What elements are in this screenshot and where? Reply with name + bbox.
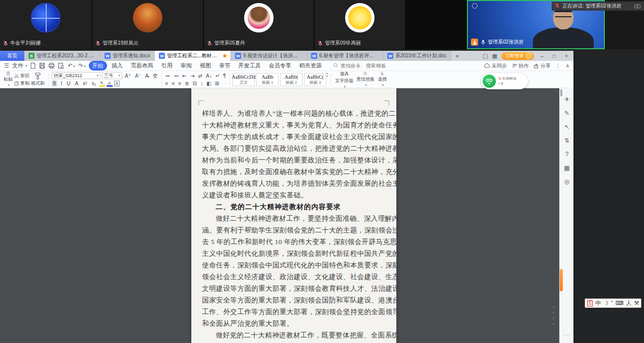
menu-tab[interactable]: 审阅 [177, 61, 195, 71]
menu-tab[interactable]: 开发工具 [235, 61, 264, 71]
undo-icon[interactable]: ↶ [67, 62, 75, 69]
wrap-icon[interactable]: ↵ [214, 73, 220, 79]
font-size-select[interactable]: 三号 [102, 72, 122, 79]
select-button[interactable]: 选择 [376, 72, 388, 87]
document-tab[interactable]: W 9.视觉传达设计【张洪岩评】 [231, 51, 307, 61]
export-image-icon[interactable]: ▦ [564, 165, 569, 171]
borders-icon[interactable]: ⊞ [214, 80, 220, 87]
collaborate-button[interactable]: 协作 [512, 62, 529, 70]
menu-tab[interactable]: 引用 [158, 61, 176, 71]
document-text[interactable]: 样培养人、为谁培养人”这一根本问题的核心载体，推进党的二 十大精神进教材意义重大… [202, 108, 386, 341]
document-page[interactable]: 样培养人、为谁培养人”这一根本问题的核心载体，推进党的二 十大精神进教材意义重大… [191, 88, 396, 343]
minimize-button[interactable]: – [538, 53, 546, 59]
command-search[interactable] [333, 63, 396, 69]
style-preset[interactable]: AaBbC( 标题 3 [304, 73, 326, 86]
share-button[interactable]: 分享 [534, 62, 551, 70]
font-name-select[interactable]: 仿宋_GB2312 [52, 72, 100, 79]
align-distribute-icon[interactable]: ≣ [184, 80, 190, 87]
fill-color-icon[interactable]: ◧ [206, 80, 212, 87]
strikethrough-button[interactable]: A [74, 80, 80, 87]
redo-icon[interactable]: ↷ [78, 62, 86, 69]
char-convert-icon[interactable]: ⇄ [197, 73, 203, 79]
paste-button[interactable]: 粘贴 [2, 72, 14, 87]
file-menu[interactable]: 文件 [12, 62, 27, 70]
style-gallery-scroll[interactable]: ▴▾ [326, 72, 328, 87]
ime-toolbar[interactable]: 五 中 ☽”⌨人⚒ [585, 298, 641, 308]
login-button[interactable]: 立即登录 [501, 52, 534, 60]
tab-list-icon[interactable]: ▦ [492, 53, 497, 59]
superscript-button[interactable]: x² [82, 80, 88, 87]
show-marks-icon[interactable]: ¶ [222, 73, 227, 79]
typeset-button[interactable]: ≣A 文字排版 [333, 72, 355, 87]
print-preview-icon[interactable] [58, 62, 64, 69]
translate-globe-icon[interactable]: ◎ [564, 179, 569, 185]
hamburger-icon[interactable]: ☰ [4, 62, 9, 69]
char-border-button[interactable]: A [114, 81, 120, 86]
menu-tab[interactable]: 开始 [89, 61, 107, 71]
format-painter-button[interactable]: 格式刷 [29, 72, 46, 87]
menu-tab[interactable]: 插入 [108, 61, 126, 71]
shading-icon[interactable]: ⊟ [192, 80, 198, 87]
participant-tile[interactable]: 管理系05夏丹 [204, 0, 314, 49]
sync-status[interactable]: 未同步 [484, 62, 507, 70]
workspace-icon[interactable]: ▢ [483, 53, 488, 59]
shrink-font-icon[interactable]: A⁻ [134, 73, 142, 79]
highlight-color-button[interactable]: ✎ [99, 81, 105, 86]
align-justify-icon[interactable]: ≡ [177, 80, 182, 87]
align-center-icon[interactable]: ≡ [171, 80, 176, 87]
more-menu-icon[interactable]: ⋮ [556, 63, 561, 68]
ime-punctuation-icon[interactable]: ” [611, 300, 613, 306]
help-icon[interactable]: ? [565, 151, 569, 157]
menu-tab[interactable]: 会员专享 [265, 61, 295, 71]
bullet-list-icon[interactable]: ≔ [164, 73, 172, 79]
increase-indent-icon[interactable]: ⇥ [189, 73, 195, 79]
new-doc-icon[interactable] [30, 62, 36, 69]
search-input[interactable] [341, 63, 396, 68]
ime-lang-toggle[interactable]: 中 [595, 300, 601, 306]
edit-pen-icon[interactable]: ✎ [564, 110, 569, 116]
underline-button[interactable]: U [65, 80, 71, 87]
bold-button[interactable]: B [52, 80, 57, 87]
sidebar-more-icon[interactable]: ··· [560, 332, 574, 338]
document-tab[interactable]: W 系2023年工作计划.doc [383, 51, 451, 61]
text-effect-icon[interactable]: 变 [152, 73, 159, 79]
document-tab[interactable]: S 管理工程系2023...30-2.12) [24, 51, 100, 61]
menu-tab[interactable]: 章节 [216, 61, 234, 71]
participant-tile[interactable]: 牛金平刘丽娜 [0, 0, 91, 49]
maximize-button[interactable]: □ [550, 53, 558, 59]
document-tab[interactable]: W 管理系通知.docx [100, 51, 155, 61]
style-preset[interactable]: AaBb 标题 1 [256, 73, 279, 86]
find-replace-button[interactable]: 查找替换 [355, 72, 376, 87]
line-spacing-icon[interactable]: ↕ [199, 80, 204, 87]
decrease-indent-icon[interactable]: ⇤ [182, 73, 188, 79]
ime-fullhalf-icon[interactable]: ☽ [603, 300, 608, 306]
participant-tile[interactable]: 管理系19郑凤云 [92, 0, 203, 49]
menu-tab[interactable]: 视图 [196, 61, 215, 71]
tab-home[interactable]: 首页 [0, 51, 24, 61]
ime-logo-icon[interactable]: 五 [587, 300, 593, 306]
document-tab[interactable]: W 管理工程系二...教材工作方案 [155, 51, 231, 61]
sidebar-scroll-thumb[interactable] [560, 89, 562, 96]
subscript-button[interactable]: x₂ [91, 80, 97, 87]
clear-format-icon[interactable]: A̶ [144, 73, 150, 79]
menu-tab[interactable]: 稻壳资源 [296, 61, 325, 71]
print-icon[interactable] [48, 62, 55, 69]
cut-button[interactable]: 剪切 [14, 73, 29, 79]
save-icon[interactable] [39, 62, 45, 69]
close-button[interactable]: × [562, 53, 570, 59]
align-left-icon[interactable]: ≡ [164, 80, 170, 87]
ime-keyboard-icon[interactable]: ⌨ [616, 300, 624, 306]
ime-user-icon[interactable]: 人 [626, 300, 631, 306]
italic-button[interactable]: I [60, 80, 63, 87]
number-list-icon[interactable]: ≕ [173, 73, 180, 79]
select-cursor-icon[interactable]: ↖ [564, 124, 569, 130]
style-preset[interactable]: AaBbCcDd 正文 [232, 73, 255, 86]
document-canvas[interactable]: 样培养人、为谁培养人”这一根本问题的核心载体，推进党的二 十大精神进教材意义重大… [0, 88, 573, 343]
participant-tile[interactable]: 管理系09毕再丽 [315, 0, 405, 49]
adjust-sliders-icon[interactable]: ⇅ [564, 138, 569, 144]
font-color-button[interactable]: A [107, 81, 113, 86]
share-doc-icon[interactable]: ✈ [564, 96, 569, 102]
collapse-ribbon-icon[interactable]: ∧ [566, 63, 569, 68]
sidebar-orange-indicator[interactable] [560, 269, 563, 291]
style-preset[interactable]: AaBb( 标题 2 [280, 73, 302, 86]
